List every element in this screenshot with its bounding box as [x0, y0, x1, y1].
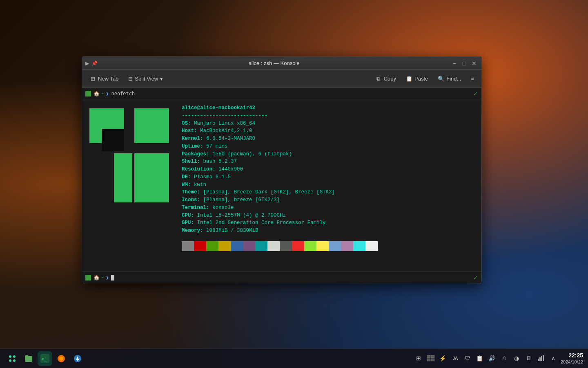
color-swatch-0: [182, 241, 194, 251]
taskbar: >_ ⊞ ⚡ JA 🛡 📋 🔊 ⎙ ◑: [0, 348, 588, 368]
terminal-outer: 🏠 ~ ❯ neofetch ✓: [82, 88, 481, 283]
svg-rect-20: [538, 359, 539, 361]
new-tab-icon: ⊞: [89, 76, 96, 82]
terminal-value: konsole: [212, 205, 234, 211]
breadcrumb-icon: ▶: [85, 61, 89, 66]
lang-icon[interactable]: JA: [450, 353, 460, 363]
folder-icon: [24, 354, 33, 363]
info-separator: ----------------------------: [182, 112, 478, 120]
volume-icon[interactable]: 🔊: [487, 353, 497, 363]
activities-icon[interactable]: ⚡: [438, 353, 448, 363]
launcher-icon: [8, 354, 17, 363]
kernel-value: 6.6.54-2-MANJARO: [206, 136, 255, 141]
taskbar-firefox[interactable]: [54, 351, 69, 366]
taskbar-clock[interactable]: 22:25 2024/10/22: [561, 352, 583, 365]
title-bar: ▶ 📌 alice : zsh — Konsole − □ ✕: [82, 57, 481, 70]
memory-label: Memory:: [182, 228, 203, 233]
manjaro-logo-svg: [85, 104, 175, 202]
taskbar-right: ⊞ ⚡ JA 🛡 📋 🔊 ⎙ ◑ 🖥 ∧ 22:25: [414, 352, 583, 365]
wm-value: kwin: [194, 182, 206, 188]
taskbar-file-manager[interactable]: [21, 351, 36, 366]
svg-rect-6: [86, 276, 90, 280]
menu-button[interactable]: ≡: [467, 72, 478, 85]
color-swatch-13: [341, 241, 353, 251]
info-de: DE: Plasma 6.1.5: [182, 173, 478, 181]
color-swatch-7: [267, 241, 280, 251]
minimize-button[interactable]: −: [450, 59, 459, 67]
color-swatch-5: [243, 241, 255, 251]
info-username-host: alice@alice-macbookair42: [182, 104, 478, 112]
prompt-indicator-bottom: [85, 275, 91, 280]
display-icon[interactable]: 🖥: [524, 353, 534, 363]
prompt-path-bottom: 🏠 ~ ❯: [94, 275, 109, 280]
resolution-value: 588x368: [218, 166, 243, 172]
memory-value: 1083MiB / 3830MiB: [206, 228, 258, 233]
window-title: alice : zsh — Konsole: [248, 60, 299, 66]
terminal-content[interactable]: alice@alice-macbookair42 ---------------…: [82, 99, 481, 272]
color-swatch-4: [231, 241, 243, 251]
prompt-indicator: [85, 91, 91, 96]
toolbar: ⊞ New Tab ⊟ Split View ▾ ⧉ Copy 📋 Paste …: [82, 70, 481, 88]
maximize-button[interactable]: □: [460, 59, 468, 67]
home-icon-bottom: 🏠: [94, 275, 100, 280]
svg-rect-19: [431, 359, 434, 361]
paste-button[interactable]: 📋 Paste: [402, 72, 432, 85]
cpu-value: Intel i5-2557M (4) @ 2.700GHz: [197, 213, 286, 218]
search-icon: 🔍: [438, 76, 444, 82]
clipboard-icon[interactable]: 📋: [475, 353, 485, 363]
taskbar-downloader[interactable]: [70, 351, 85, 366]
find-button[interactable]: 🔍 Find...: [434, 72, 465, 85]
clock-date: 2024/10/22: [561, 359, 583, 365]
icons-label: Icons:: [182, 197, 200, 203]
close-button[interactable]: ✕: [470, 59, 478, 67]
prompt-bar-bottom: 🏠 ~ ❯ ✓: [82, 272, 481, 283]
svg-rect-3: [102, 129, 124, 151]
chevron-icon[interactable]: ∧: [548, 353, 558, 363]
taskbar-app-launcher[interactable]: [5, 351, 20, 366]
bluetooth-icon[interactable]: ⎙: [499, 353, 509, 363]
resolution-label: Resolution:: [182, 166, 216, 172]
icons-value: [Plasma], breeze [GTK2/3]: [203, 197, 280, 203]
toolbar-right: ⧉ Copy 📋 Paste 🔍 Find... ≡: [371, 72, 478, 85]
gpu-value: Intel 2nd Generation Core Processor Fami…: [197, 220, 326, 226]
virtual-desktop-icon[interactable]: ⊞: [414, 353, 423, 363]
network-icon[interactable]: [536, 353, 546, 363]
svg-point-10: [13, 359, 16, 362]
color-swatch-6: [255, 241, 267, 251]
split-view-button[interactable]: ⊟ Split View ▾: [124, 72, 167, 85]
taskbar-terminal[interactable]: >_: [38, 351, 52, 366]
separator-text: ----------------------------: [182, 113, 267, 119]
color-swatch-12: [329, 241, 341, 251]
de-value: Plasma 6.1.5: [194, 174, 231, 180]
uptime-label: Uptime:: [182, 144, 203, 149]
svg-rect-16: [427, 355, 430, 358]
svg-rect-2: [134, 108, 169, 143]
theme-label: Theme:: [182, 189, 200, 195]
info-gpu: GPU: Intel 2nd Generation Core Processor…: [182, 219, 478, 227]
clock-time: 22:25: [561, 352, 583, 359]
svg-point-8: [13, 355, 16, 358]
wm-label: WM:: [182, 182, 191, 188]
pager-icon[interactable]: [426, 353, 436, 363]
kernel-label: Kernel:: [182, 136, 203, 141]
host-label: Host:: [182, 128, 197, 134]
host-value: MacBookAir4,2 1.0: [200, 128, 252, 134]
title-bar-left: ▶ 📌: [85, 61, 98, 66]
uptime-value: 57 mins: [206, 144, 228, 149]
copy-button[interactable]: ⧉ Copy: [371, 72, 400, 85]
firewall-icon[interactable]: 🛡: [463, 353, 472, 363]
night-color-icon[interactable]: ◑: [512, 353, 521, 363]
window-controls: − □ ✕: [450, 59, 478, 67]
color-swatch-15: [365, 241, 378, 251]
cpu-label: CPU:: [182, 213, 194, 218]
svg-point-7: [9, 355, 11, 358]
check-mark-top: ✓: [473, 90, 478, 97]
info-cpu: CPU: Intel i5-2557M (4) @ 2.700GHz: [182, 212, 478, 220]
info-terminal: Terminal: konsole: [182, 204, 478, 212]
arrow-bottom: ❯: [106, 275, 109, 280]
network-svg: [537, 355, 545, 361]
new-tab-button[interactable]: ⊞ New Tab: [85, 72, 122, 85]
info-kernel: Kernel: 6.6.54-2-MANJARO: [182, 135, 478, 143]
terminal-icon-small-bottom: [86, 276, 90, 280]
color-swatch-9: [292, 241, 304, 251]
